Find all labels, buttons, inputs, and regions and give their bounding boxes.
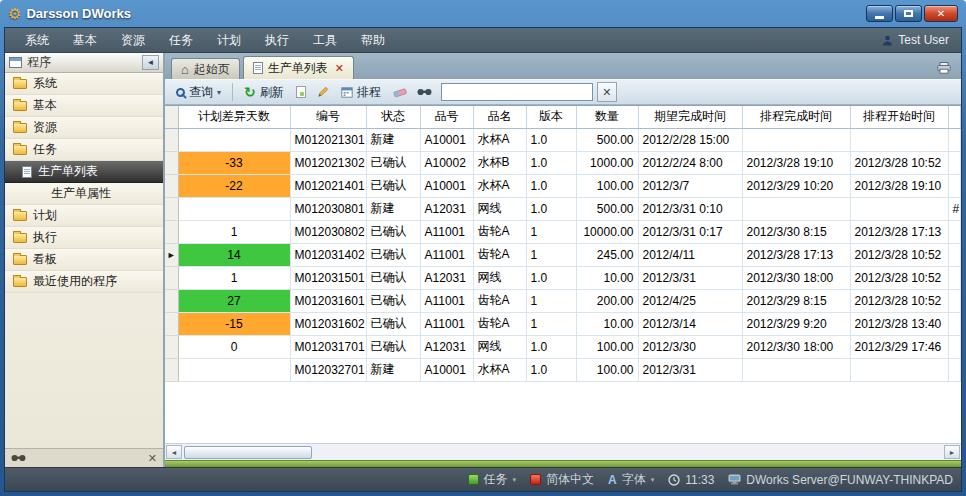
grid-cell[interactable]: 网线: [473, 335, 526, 358]
grid-cell[interactable]: 网线: [473, 197, 526, 220]
column-header[interactable]: 编号: [290, 106, 366, 128]
row-selector[interactable]: [165, 151, 178, 174]
grid-cell[interactable]: 已确认: [366, 243, 420, 266]
user-account[interactable]: Test User: [882, 33, 953, 47]
table-row[interactable]: M012021301新建A10001水杯A1.0500.002012/2/28 …: [165, 128, 961, 151]
grid-cell[interactable]: 100.00: [576, 174, 638, 197]
grid-cell[interactable]: [948, 128, 961, 151]
grid-cell[interactable]: -22: [178, 174, 290, 197]
grid-cell[interactable]: [948, 312, 961, 335]
table-row[interactable]: -33M012021302已确认A10002水杯B1.01000.002012/…: [165, 151, 961, 174]
grid-cell[interactable]: #: [948, 197, 961, 220]
column-header[interactable]: 版本: [526, 106, 576, 128]
grid-cell[interactable]: [948, 174, 961, 197]
menu-item-8[interactable]: 帮助: [349, 28, 397, 53]
grid-cell[interactable]: [178, 197, 290, 220]
clear-search-button[interactable]: ✕: [597, 82, 617, 102]
grid-cell[interactable]: [948, 289, 961, 312]
title-bar[interactable]: ⚙ Darsson DWorks ✕: [4, 0, 962, 27]
grid-cell[interactable]: 新建: [366, 128, 420, 151]
grid-cell[interactable]: A11001: [420, 312, 473, 335]
grid-cell[interactable]: M012031602: [290, 312, 366, 335]
table-row[interactable]: 27M012031601已确认A11001齿轮A1200.002012/4/25…: [165, 289, 961, 312]
menu-item-7[interactable]: 工具: [301, 28, 349, 53]
grid-cell[interactable]: M012031402: [290, 243, 366, 266]
menu-item-5[interactable]: 计划: [205, 28, 253, 53]
grid-cell[interactable]: 2012/3/30: [638, 335, 742, 358]
tab-start-page[interactable]: ⌂ 起始页: [171, 58, 240, 79]
grid-cell[interactable]: 2012/3/31: [638, 266, 742, 289]
grid-cell[interactable]: 2012/3/29 9:20: [742, 312, 850, 335]
status-task-menu[interactable]: 任务 ▾: [468, 471, 517, 488]
row-selector[interactable]: [165, 174, 178, 197]
grid-cell[interactable]: 10000.00: [576, 220, 638, 243]
grid-cell[interactable]: M012030802: [290, 220, 366, 243]
grid-cell[interactable]: A10001: [420, 174, 473, 197]
sidebar-item[interactable]: 资源: [5, 117, 163, 139]
grid-cell[interactable]: 齿轮A: [473, 312, 526, 335]
sidebar-search-bar[interactable]: ✕: [5, 448, 163, 467]
scrollbar-thumb[interactable]: [184, 446, 312, 459]
grid-cell[interactable]: 2012/3/28 17:13: [850, 220, 948, 243]
sidebar-item[interactable]: 生产单列表: [5, 161, 163, 183]
grid-cell[interactable]: A11001: [420, 289, 473, 312]
grid-cell[interactable]: 500.00: [576, 128, 638, 151]
grid-cell[interactable]: M012031601: [290, 289, 366, 312]
grid-cell[interactable]: 新建: [366, 358, 420, 381]
grid-cell[interactable]: [742, 358, 850, 381]
grid-cell[interactable]: [850, 197, 948, 220]
grid-cell[interactable]: M012031701: [290, 335, 366, 358]
grid-cell[interactable]: 2012/2/28 15:00: [638, 128, 742, 151]
grid-cell[interactable]: [948, 266, 961, 289]
table-row[interactable]: -22M012021401已确认A10001水杯A1.0100.002012/3…: [165, 174, 961, 197]
grid-cell[interactable]: 1.0: [526, 358, 576, 381]
menu-item-3[interactable]: 资源: [109, 28, 157, 53]
grid-cell[interactable]: 水杯A: [473, 174, 526, 197]
grid-cell[interactable]: A11001: [420, 243, 473, 266]
grid-cell[interactable]: M012031501: [290, 266, 366, 289]
grid-cell[interactable]: [178, 358, 290, 381]
grid-cell[interactable]: [948, 220, 961, 243]
row-selector[interactable]: [165, 289, 178, 312]
grid-cell[interactable]: 2012/3/31 0:17: [638, 220, 742, 243]
grid-cell[interactable]: 已确认: [366, 151, 420, 174]
grid-cell[interactable]: -15: [178, 312, 290, 335]
sidebar-item[interactable]: 系统: [5, 73, 163, 95]
row-selector[interactable]: [165, 220, 178, 243]
grid-cell[interactable]: 2012/4/25: [638, 289, 742, 312]
status-font[interactable]: A 字体 ▾: [608, 471, 654, 488]
grid-cell[interactable]: [178, 128, 290, 151]
grid-cell[interactable]: 水杯A: [473, 358, 526, 381]
row-selector[interactable]: [165, 335, 178, 358]
scroll-left-button[interactable]: ◄: [166, 445, 182, 459]
column-header[interactable]: 状态: [366, 106, 420, 128]
sidebar-item[interactable]: 执行: [5, 227, 163, 249]
grid-cell[interactable]: 新建: [366, 197, 420, 220]
sidebar-item[interactable]: 生产单属性: [5, 183, 163, 205]
grid-cell[interactable]: 100.00: [576, 358, 638, 381]
column-header[interactable]: 品名: [473, 106, 526, 128]
grid-cell[interactable]: [850, 128, 948, 151]
table-row[interactable]: -15M012031602已确认A11001齿轮A110.002012/3/14…: [165, 312, 961, 335]
grid-cell[interactable]: 1: [526, 312, 576, 335]
maximize-button[interactable]: [895, 5, 922, 22]
grid-cell[interactable]: 已确认: [366, 289, 420, 312]
column-header[interactable]: 品号: [420, 106, 473, 128]
schedule-button[interactable]: 排程: [335, 82, 387, 103]
grid-cell[interactable]: [948, 151, 961, 174]
grid-cell[interactable]: 27: [178, 289, 290, 312]
row-selector[interactable]: ►: [165, 243, 178, 266]
grid-cell[interactable]: M012021401: [290, 174, 366, 197]
grid-cell[interactable]: [850, 358, 948, 381]
grid-cell[interactable]: 已确认: [366, 335, 420, 358]
sidebar-item[interactable]: 看板: [5, 249, 163, 271]
table-row[interactable]: 1M012031501已确认A12031网线1.010.002012/3/312…: [165, 266, 961, 289]
grid-cell[interactable]: 2012/3/7: [638, 174, 742, 197]
grid-cell[interactable]: 200.00: [576, 289, 638, 312]
grid-cell[interactable]: 2012/3/28 17:13: [742, 243, 850, 266]
grid-cell[interactable]: 14: [178, 243, 290, 266]
row-selector[interactable]: [165, 266, 178, 289]
grid-cell[interactable]: 100.00: [576, 335, 638, 358]
grid-cell[interactable]: 2012/3/14: [638, 312, 742, 335]
grid-cell[interactable]: A12031: [420, 266, 473, 289]
